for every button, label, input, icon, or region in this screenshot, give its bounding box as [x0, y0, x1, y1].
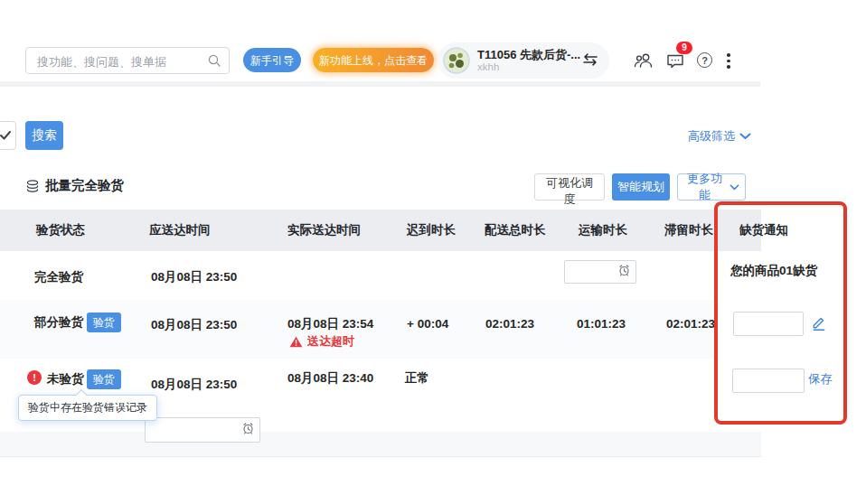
- advanced-filter-toggle[interactable]: 高级筛选: [688, 128, 751, 145]
- filter-checkbox-fragment[interactable]: [0, 121, 16, 150]
- row3-shortage-input[interactable]: [733, 369, 804, 392]
- help-icon[interactable]: ?: [697, 52, 712, 68]
- table-footer-band: [0, 432, 761, 456]
- more-menu-icon[interactable]: [727, 53, 730, 69]
- row2-overtime-warning: 送达超时: [289, 333, 354, 350]
- col-header-total: 配送总时长: [485, 210, 546, 251]
- edit-pencil-icon[interactable]: [811, 315, 826, 334]
- row3-inspect-button[interactable]: 验货: [87, 369, 121, 389]
- row3-shortage-field: [732, 369, 805, 393]
- search-icon[interactable]: [207, 53, 221, 71]
- global-search: [25, 47, 230, 74]
- message-count-badge: 9: [676, 42, 692, 54]
- clock-icon[interactable]: [241, 422, 255, 439]
- inspection-error-tooltip: 验货中存在验货错误记录: [18, 395, 157, 421]
- row3-due-time: 08月08日 23:50: [151, 377, 237, 393]
- col-header-late: 迟到时长: [407, 210, 456, 251]
- app-window: 新手引导 新功能上线，点击查看 T11056 先款后货-... xkhh 9 ?: [0, 0, 866, 504]
- row2-due-time: 08月08日 23:50: [151, 317, 237, 333]
- row1-shortage-notice: 您的商品01缺货: [730, 263, 817, 279]
- row1-time-field: [564, 260, 636, 284]
- row2-shortage-field: [733, 312, 804, 336]
- messages-icon[interactable]: [666, 53, 684, 72]
- account-subname: xkhh: [477, 61, 499, 72]
- col-header-stay: 滞留时长: [664, 210, 713, 251]
- new-feature-promo-button[interactable]: 新功能上线，点击查看: [313, 48, 434, 72]
- switch-account-icon[interactable]: [582, 53, 598, 70]
- col-header-actual: 实际送达时间: [287, 210, 361, 251]
- batch-layers-icon: [25, 179, 40, 198]
- row2-stay-duration: 02:01:23: [666, 317, 715, 331]
- error-circle-icon: !: [27, 370, 42, 385]
- visual-dispatch-button[interactable]: 可视化调度: [534, 173, 605, 201]
- row2-inspect-button[interactable]: 验货: [87, 313, 121, 332]
- smart-planning-button[interactable]: 智能规划: [612, 173, 670, 201]
- row1-due-time: 08月08日 23:50: [151, 269, 237, 285]
- section-title: 批量完全验货: [45, 177, 124, 194]
- more-functions-button[interactable]: 更多功能: [677, 173, 746, 201]
- chevron-down-icon: [739, 133, 751, 140]
- avatar[interactable]: [443, 47, 470, 74]
- chevron-down-icon: [730, 184, 739, 191]
- check-icon: [0, 130, 12, 141]
- topbar-divider: [0, 81, 760, 87]
- row2-shortage-input[interactable]: [734, 313, 803, 335]
- col-header-shortage: 缺货通知: [739, 210, 788, 251]
- row3-status: 未验货: [47, 371, 84, 387]
- row2-total-duration: 02:01:23: [485, 317, 534, 331]
- row2-transport-duration: 01:01:23: [577, 317, 626, 331]
- more-functions-label: 更多功能: [683, 171, 726, 203]
- tooltip-text: 验货中存在验货错误记录: [28, 401, 147, 414]
- advanced-filter-label: 高级筛选: [688, 128, 735, 145]
- col-header-due: 应送达时间: [149, 210, 211, 251]
- search-button[interactable]: 搜索: [25, 121, 63, 150]
- beginner-guide-button[interactable]: 新手引导: [243, 48, 301, 72]
- card-bottom-edge: [0, 456, 761, 457]
- save-link[interactable]: 保存: [808, 371, 833, 387]
- warning-triangle-icon: [289, 336, 303, 348]
- col-header-transport: 运输时长: [579, 210, 627, 251]
- bottom-time-field: [145, 417, 260, 443]
- global-search-input[interactable]: [35, 49, 202, 74]
- clock-icon[interactable]: [617, 264, 631, 281]
- col-header-status: 验货状态: [36, 210, 85, 251]
- row2-late-duration: + 00:04: [407, 317, 448, 331]
- tooltip-arrow: [75, 389, 88, 402]
- row3-late-duration: 正常: [405, 370, 429, 387]
- row2-actual-time: 08月08日 23:54: [287, 316, 373, 332]
- row2-status: 部分验货: [34, 314, 83, 331]
- contacts-icon[interactable]: [634, 52, 654, 71]
- row1-status: 完全验货: [34, 269, 83, 285]
- table-header-band: [0, 210, 761, 251]
- row2-overtime-label: 送达超时: [307, 333, 354, 350]
- row3-actual-time: 08月08日 23:40: [287, 370, 373, 387]
